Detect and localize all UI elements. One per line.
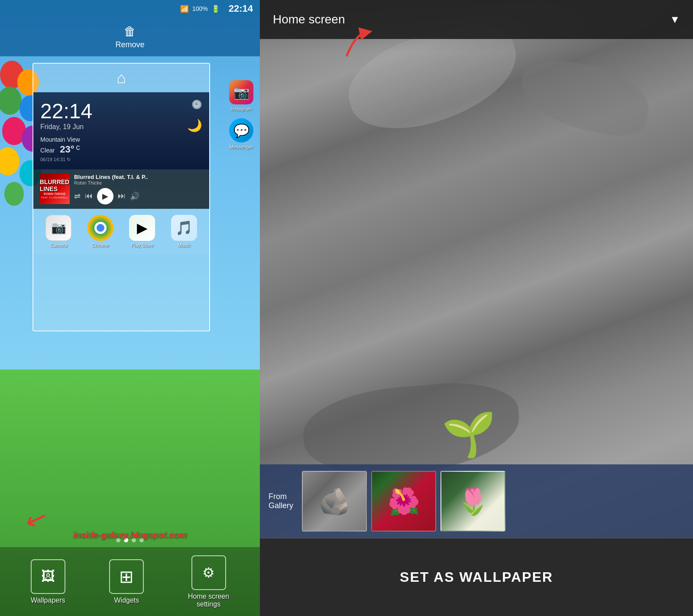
bottom-nav: 🖼 Wallpapers ⊞ Widgets ⚙ Home screen set… (0, 547, 260, 616)
watermark: inside-galaxy.blogspot.com (0, 530, 260, 540)
chrome-label: Chrome (92, 243, 109, 248)
camera-label: Camera (50, 243, 67, 248)
messenger-side-icon[interactable]: 💬 Messenger (226, 118, 256, 149)
weather-moon-icon: 🌙 (187, 119, 202, 132)
left-panel: 📶 100% 🔋 22:14 🗑 Remove ⌂ 22:14 Friday, … (0, 0, 260, 616)
music-controls[interactable]: ⇌ ⏮ ▶ ⏭ 🔊 (74, 188, 203, 204)
status-time: 22:14 (229, 3, 253, 14)
chrome-icon-img (87, 215, 113, 241)
playstore-icon-img: ▶ (129, 215, 155, 241)
widgets-icon: ⊞ (109, 559, 144, 594)
weather-degree: c (76, 143, 80, 152)
thumbnail-strip: From Gallery 🪨 🌺 🌷 (260, 464, 693, 538)
homescreen-settings-icon: ⚙ (191, 555, 226, 590)
trash-icon: 🗑 (124, 24, 136, 39)
red-arrow-right-container (338, 26, 372, 62)
homescreen-settings-label: Home screen settings (188, 593, 229, 608)
status-icons: 📶 100% 🔋 (180, 5, 220, 13)
album-feat: feat. T.I.+PHARRELL (41, 196, 68, 199)
instagram-icon: 📷 (229, 80, 253, 104)
background-photo: 🌱 (260, 0, 693, 538)
messenger-icon: 💬 (229, 118, 253, 143)
status-bar: 📶 100% 🔋 22:14 (0, 0, 260, 17)
set-wallpaper-label: SET AS WALLPAPER (400, 569, 553, 585)
weather-location: Mountain View (40, 136, 80, 143)
weather-clock-icon: 🕙 (191, 100, 202, 109)
messenger-label: Messenger (230, 144, 253, 149)
home-screen-card[interactable]: ⌂ 22:14 Friday, 19 Jun 🕙 🌙 Mountain View… (32, 63, 210, 331)
music-label: Music (178, 243, 190, 248)
thumbnail-white-flowers[interactable]: 🌷 (440, 471, 505, 532)
wallpapers-label: Wallpapers (31, 597, 65, 604)
plant-sprout: 🌱 (442, 409, 496, 460)
weather-widget: 22:14 Friday, 19 Jun 🕙 🌙 Mountain View C… (33, 92, 209, 169)
remove-label: Remove (115, 40, 144, 49)
music-artist: Robin Thicke (74, 180, 203, 185)
weather-condition: Clear (40, 147, 55, 154)
widgets-nav-item[interactable]: ⊞ Widgets (109, 559, 144, 604)
weather-info: Mountain View Clear 23° c (40, 136, 202, 155)
app-icons-row: 📷 Camera Chrome ▶ Play Store 🎵 (33, 209, 209, 254)
shuffle-button[interactable]: ⇌ (74, 191, 81, 201)
album-art: BLURREDLINES ROBIN THICKE feat. T.I.+PHA… (39, 174, 70, 204)
music-app-icon[interactable]: 🎵 Music (171, 215, 197, 248)
from-gallery-label: From Gallery (269, 492, 293, 510)
thumbnail-rocks[interactable]: 🪨 (302, 471, 367, 532)
weather-temp: 23° (60, 144, 74, 155)
prev-button[interactable]: ⏮ (85, 191, 93, 201)
thumbnail-red-flowers[interactable]: 🌺 (371, 471, 436, 532)
homescreen-settings-nav-item[interactable]: ⚙ Home screen settings (188, 555, 229, 608)
weather-date: Friday, 19 Jun (40, 123, 92, 131)
wallpapers-nav-item[interactable]: 🖼 Wallpapers (31, 559, 65, 604)
music-info: Blurred Lines (feat. T.I. & P.. Robin Th… (74, 174, 203, 204)
dropdown-arrow-icon: ▼ (670, 13, 680, 26)
camera-app-icon[interactable]: 📷 Camera (45, 215, 71, 248)
battery-text: 100% (192, 5, 208, 12)
battery-icon: 🔋 (211, 5, 220, 13)
instagram-side-icon[interactable]: 📷 Instagram (226, 80, 256, 111)
music-icon-img: 🎵 (171, 215, 197, 241)
remove-bar[interactable]: 🗑 Remove (0, 17, 260, 56)
music-player[interactable]: BLURREDLINES ROBIN THICKE feat. T.I.+PHA… (33, 169, 209, 209)
weather-sync: 06/19 14:31 ↻ (40, 157, 202, 162)
play-button[interactable]: ▶ (97, 188, 113, 204)
playstore-app-icon[interactable]: ▶ Play Store (129, 215, 155, 248)
playstore-label: Play Store (131, 243, 153, 248)
red-arrow-right (338, 26, 372, 61)
signal-icon: 📶 (180, 5, 189, 13)
album-title-big: BLURREDLINES (40, 179, 69, 192)
chrome-app-icon[interactable]: Chrome (87, 215, 113, 248)
right-panel: 🌱 Home screen ▼ From Gallery 🪨 🌺 🌷 SET A… (260, 0, 693, 616)
set-wallpaper-button[interactable]: SET AS WALLPAPER (260, 538, 693, 616)
weather-time: 22:14 (40, 99, 92, 123)
dropdown-label: Home screen (273, 13, 345, 26)
next-button[interactable]: ⏭ (118, 191, 126, 201)
home-icon: ⌂ (117, 69, 126, 87)
home-card-header: ⌂ (33, 64, 209, 92)
volume-button[interactable]: 🔊 (130, 191, 139, 201)
side-icons: 📷 Instagram 💬 Messenger (226, 80, 256, 149)
instagram-label: Instagram (231, 106, 252, 111)
wallpapers-icon: 🖼 (31, 559, 65, 594)
music-title: Blurred Lines (feat. T.I. & P.. (74, 174, 203, 180)
album-artist: ROBIN THICKE (44, 192, 66, 195)
widgets-label: Widgets (114, 597, 139, 604)
camera-icon-img: 📷 (45, 215, 71, 241)
home-screen-dropdown[interactable]: Home screen ▼ (260, 0, 693, 39)
